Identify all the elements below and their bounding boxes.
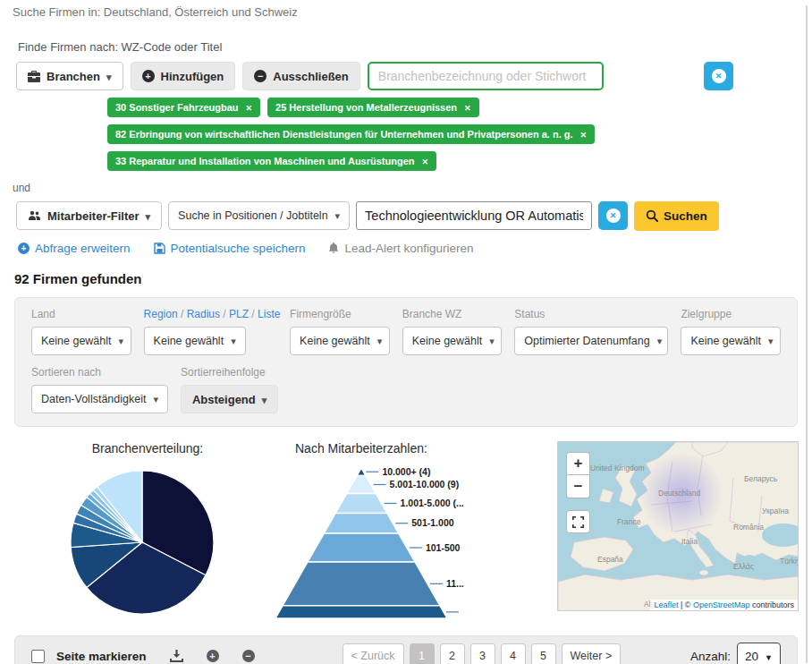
map-zoom-in-button[interactable]: +: [566, 452, 590, 475]
pagination-next-button[interactable]: Weiter >: [562, 643, 622, 664]
pyramid-band[interactable]: [283, 562, 440, 606]
select-page-checkbox[interactable]: [31, 650, 45, 663]
add-selection-button[interactable]: +: [207, 650, 219, 662]
branchen-label: Branchen: [47, 70, 100, 83]
pagination-page-2[interactable]: 2: [440, 643, 465, 664]
region-filter-select[interactable]: Keine gewählt: [144, 327, 246, 355]
region-links: Region / Radius / PLZ / Liste: [144, 308, 278, 320]
map-zoom-out-button[interactable]: −: [566, 475, 590, 498]
employee-pyramid-block: Nach Mitarbeiterzahlen: 10.000+ (4)5.001…: [272, 441, 545, 623]
map-country-label: Беларусь: [744, 474, 778, 483]
pyramid-band-label: 5.001-10.000 (9): [390, 479, 460, 489]
status-filter-value: Optimierter Datenumfang: [524, 335, 649, 347]
industry-tag[interactable]: 25 Herstellung von Metallerzeugnissen: [267, 98, 479, 117]
pyramid-band-label: 10.000+ (4): [382, 466, 430, 477]
map-country-label: România: [733, 523, 764, 532]
sortierreihenfolge-value: Absteigend: [192, 393, 256, 406]
pagination: < Zurück 12345 Weiter >: [343, 643, 622, 664]
sortieren-nach-label: Sortieren nach: [31, 366, 168, 379]
sortierreihenfolge-button[interactable]: Absteigend: [181, 385, 278, 413]
pagination-page-5[interactable]: 5: [531, 643, 556, 664]
remove-tag-icon[interactable]: [580, 129, 588, 140]
map-fullscreen-button[interactable]: [566, 510, 590, 533]
region-link-region[interactable]: Region: [144, 308, 178, 320]
pagination-page-4[interactable]: 4: [501, 643, 526, 664]
firmengroesse-filter-select[interactable]: Keine gewählt: [290, 327, 390, 355]
firmensuche-page: Suche Firmen in: Deutschland, Österreich…: [0, 5, 812, 664]
page-size-label: Anzahl:: [690, 650, 731, 663]
region-link-liste[interactable]: Liste: [258, 308, 280, 320]
industry-tag-label: 33 Reparatur und Installation von Maschi…: [115, 156, 415, 166]
sortieren-nach-select[interactable]: Daten-Vollständigkeit: [31, 385, 168, 413]
leaflet-link[interactable]: Leaflet: [654, 600, 678, 609]
mitarbeiter-filter-button[interactable]: Mitarbeiter-Filter: [16, 201, 162, 230]
lead-alert-link[interactable]: Lead-Alert konfigurieren: [328, 242, 473, 255]
plus-circle-icon: +: [207, 650, 219, 662]
map-country-label: Türkiy: [780, 557, 799, 566]
map-country-label: España: [597, 555, 623, 564]
pyramid-band[interactable]: [275, 606, 447, 618]
pyramid-band[interactable]: [347, 475, 376, 493]
scrollbar-track[interactable]: [806, 5, 808, 663]
page-size-select[interactable]: 20: [737, 643, 781, 664]
results-map[interactable]: United KingdomБеларусьDeutschlandУкраїна…: [557, 441, 799, 611]
pyramid-band-label: 101-500: [426, 542, 461, 553]
status-filter-select[interactable]: Optimierter Datenumfang: [514, 327, 668, 355]
briefcase-icon: [28, 71, 40, 82]
plus-circle-icon: [18, 243, 30, 254]
employee-pyramid-chart: 10.000+ (4)5.001-10.000 (9)1.001-5.000 (…: [272, 457, 545, 623]
industry-pie-chart: [36, 457, 259, 618]
chevron-down-icon: [489, 335, 495, 347]
search-scope-select[interactable]: Suche in Positionen / Jobtiteln: [168, 201, 350, 230]
remove-tag-icon[interactable]: [246, 102, 253, 113]
pyramid-band[interactable]: [335, 494, 387, 514]
pagination-page-1[interactable]: 1: [410, 643, 435, 664]
pagination-prev-button[interactable]: < Zurück: [343, 643, 404, 664]
minus-circle-icon: −: [242, 650, 255, 662]
industry-tag[interactable]: 33 Reparatur und Installation von Maschi…: [107, 151, 436, 171]
save-search-link[interactable]: Potentialsuche speichern: [154, 242, 306, 255]
chevron-down-icon: [262, 393, 267, 406]
industry-tag[interactable]: 30 Sonstiger Fahrzeugbau: [107, 98, 260, 117]
download-icon: [170, 650, 183, 662]
add-industry-button[interactable]: + Hinzufügen: [131, 62, 236, 90]
industry-tag-label: 82 Erbringung von wirtschaftlichen Diens…: [115, 129, 573, 140]
remove-tag-icon[interactable]: [422, 156, 429, 166]
remove-tag-icon[interactable]: [464, 102, 471, 113]
region-link-radius[interactable]: Radius: [187, 308, 220, 320]
zielgruppe-filter-select[interactable]: Keine gewählt: [681, 327, 781, 355]
expand-query-link[interactable]: Abfrage erweitern: [18, 242, 131, 255]
fullscreen-icon: [572, 516, 584, 528]
charts-section: Branchenverteilung: Nach Mitarbeiterzahl…: [36, 441, 812, 623]
industry-pie-block: Branchenverteilung:: [36, 441, 259, 618]
map-country-label: United Kingdom: [590, 464, 644, 472]
pagination-page-3[interactable]: 3: [470, 643, 495, 664]
branchen-dropdown-button[interactable]: Branchen: [16, 62, 123, 90]
clear-circle-x-icon: [712, 69, 726, 83]
map-country-label: Ελλάς: [733, 562, 754, 571]
pyramid-band[interactable]: [357, 468, 366, 475]
branche-wz-filter-select[interactable]: Keine gewählt: [402, 327, 503, 355]
minus-circle-icon: −: [254, 70, 266, 82]
clear-circle-x-icon: [606, 209, 621, 223]
clear-query-button[interactable]: [598, 201, 628, 230]
industry-tag[interactable]: 82 Erbringung von wirtschaftlichen Diens…: [107, 124, 595, 144]
position-query-input[interactable]: [356, 201, 592, 230]
chevron-down-icon: [377, 335, 383, 347]
land-filter-label: Land: [31, 308, 131, 320]
region-link-plz[interactable]: PLZ: [229, 308, 249, 320]
download-button[interactable]: [170, 650, 183, 662]
suchen-button[interactable]: Suchen: [634, 201, 719, 231]
openstreetmap-link[interactable]: OpenStreetMap: [693, 600, 750, 609]
clear-industry-button[interactable]: [704, 62, 733, 90]
map-country-label: France: [617, 517, 641, 526]
exclude-industry-button[interactable]: − Ausschließen: [242, 62, 360, 90]
industry-keyword-input[interactable]: [368, 62, 604, 90]
save-floppy-icon: [154, 243, 165, 254]
pyramid-band[interactable]: [324, 513, 399, 533]
remove-selection-button[interactable]: −: [242, 650, 255, 662]
pyramid-band[interactable]: [308, 533, 415, 562]
results-footer-bar: Seite markieren + − < Zurück 12345 Weite…: [14, 635, 798, 664]
secondary-actions-row: Abfrage erweitern Potentialsuche speiche…: [18, 242, 812, 255]
land-filter-select[interactable]: Keine gewählt: [31, 327, 131, 355]
